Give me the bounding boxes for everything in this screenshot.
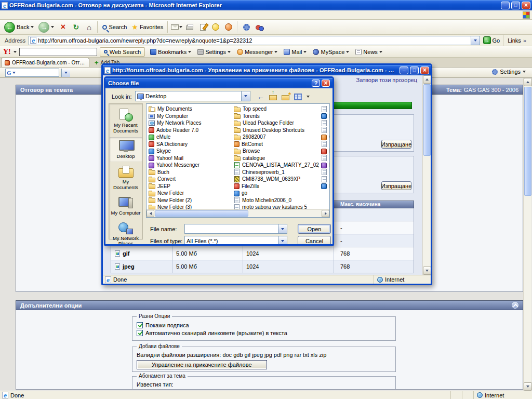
- file-item[interactable]: My Computer: [149, 113, 232, 120]
- file-item[interactable]: of: [321, 127, 330, 134]
- address-input[interactable]: [38, 37, 469, 44]
- file-item[interactable]: My Documents: [149, 105, 232, 113]
- file-item[interactable]: Top speed: [234, 105, 319, 113]
- search-button[interactable]: Search: [100, 23, 129, 31]
- google-settings-button[interactable]: Settings: [492, 69, 526, 75]
- hscroll-thumb[interactable]: [155, 210, 248, 217]
- file-item[interactable]: OS: [321, 134, 330, 141]
- go-button[interactable]: Go: [480, 36, 503, 44]
- mail-dropdown-icon[interactable]: [179, 26, 182, 28]
- file-item[interactable]: Convert: [149, 176, 232, 183]
- media-button[interactable]: [222, 21, 235, 33]
- places-bar-item[interactable]: My Network Places: [109, 219, 142, 246]
- scroll-thumb[interactable]: [423, 84, 431, 156]
- yahoo-logo[interactable]: Y!: [3, 48, 11, 56]
- contacts-button[interactable]: [253, 21, 265, 33]
- files-of-type-dropdown-button[interactable]: [278, 236, 287, 245]
- view-menu-caret-icon[interactable]: [307, 96, 310, 98]
- file-item[interactable]: Skype: [149, 148, 232, 155]
- print-button[interactable]: [183, 21, 196, 33]
- address-dropdown-button[interactable]: [471, 36, 480, 45]
- file-item[interactable]: Torents: [234, 113, 319, 120]
- back-dropdown-icon[interactable]: [31, 26, 34, 28]
- file-item[interactable]: Unused Desktop Shortcuts: [234, 127, 319, 134]
- manage-attachments-button[interactable]: Управление на прикачените файлове: [137, 360, 267, 369]
- file-item[interactable]: JEEP: [149, 183, 232, 190]
- scroll-down-button[interactable]: [423, 267, 431, 275]
- additional-options-header[interactable]: Допълнителни опции: [16, 300, 523, 310]
- file-item[interactable]: MS: [321, 113, 330, 120]
- main-vertical-scrollbar[interactable]: [523, 78, 531, 391]
- popup-vertical-scrollbar[interactable]: [422, 75, 431, 275]
- file-name-dropdown-button[interactable]: [278, 224, 287, 233]
- file-item[interactable]: CENOVA_LISTA_MARTY_27_02_2007: [234, 162, 319, 169]
- yahoo-toolbar-button[interactable]: News: [353, 49, 385, 55]
- minimize-button[interactable]: [501, 2, 510, 9]
- file-item[interactable]: Os: [321, 141, 330, 148]
- yahoo-toolbar-button[interactable]: MySpace: [310, 49, 352, 55]
- file-name-input[interactable]: [187, 226, 276, 232]
- close-button[interactable]: [522, 2, 530, 9]
- places-bar-item[interactable]: Desktop: [109, 137, 142, 162]
- edit-button[interactable]: [196, 21, 209, 33]
- file-name-combobox[interactable]: [184, 224, 287, 234]
- submit-upload-button[interactable]: Изпращане: [381, 140, 411, 149]
- popup-close-button[interactable]: [420, 66, 429, 74]
- yahoo-toolbar-button[interactable]: Settings: [195, 49, 233, 55]
- maximize-button[interactable]: [511, 2, 520, 9]
- back-folder-icon[interactable]: [257, 92, 264, 101]
- file-item[interactable]: eMule: [149, 134, 232, 141]
- file-item[interactable]: My Network Places: [149, 119, 232, 127]
- files-of-type-combobox[interactable]: All Files (*.*): [184, 236, 287, 246]
- collapse-icon[interactable]: [512, 302, 518, 309]
- up-one-level-icon[interactable]: [269, 95, 277, 100]
- google-search-box[interactable]: [5, 69, 59, 77]
- back-button[interactable]: Back: [2, 21, 36, 34]
- menu-item[interactable]: [44, 15, 52, 16]
- active-tab[interactable]: OFFRoad-Bulgaria.com - Отгов...: [1, 58, 89, 67]
- refresh-button[interactable]: [70, 21, 82, 33]
- file-item[interactable]: RF: [321, 176, 330, 183]
- menu-item[interactable]: [35, 15, 44, 16]
- home-button[interactable]: [83, 21, 95, 33]
- look-in-dropdown-button[interactable]: [241, 91, 250, 101]
- menu-item[interactable]: [27, 15, 35, 16]
- file-item[interactable]: RF: [321, 183, 330, 190]
- web-search-button[interactable]: Web Search: [100, 47, 145, 57]
- file-item[interactable]: Moto Michelin2006_0: [234, 197, 319, 204]
- file-item[interactable]: Buch: [149, 169, 232, 176]
- file-item[interactable]: Mp: [321, 105, 330, 113]
- scroll-right-button[interactable]: [322, 210, 329, 217]
- favorites-button[interactable]: Favorites: [129, 22, 165, 32]
- file-item[interactable]: New Folder (2): [149, 197, 232, 204]
- popup-minimize-button[interactable]: [400, 66, 408, 74]
- places-bar-item[interactable]: My Computer: [109, 194, 142, 218]
- address-input-container[interactable]: [29, 36, 480, 45]
- file-item[interactable]: go: [234, 190, 319, 197]
- menu-item[interactable]: [10, 15, 19, 16]
- dialog-close-button[interactable]: [322, 79, 330, 87]
- file-item[interactable]: NA: [321, 119, 330, 127]
- look-in-combobox[interactable]: Desktop: [135, 91, 250, 101]
- yahoo-logo-caret-icon[interactable]: [14, 51, 17, 53]
- new-folder-icon[interactable]: [282, 95, 289, 100]
- file-item[interactable]: Pr: [321, 169, 330, 176]
- popup-titlebar[interactable]: http://forum.offroad-bulgaria.com - Упра…: [103, 65, 431, 75]
- scroll-thumb[interactable]: [524, 87, 531, 196]
- messenger-button[interactable]: [209, 21, 222, 33]
- checkbox-icon[interactable]: [137, 322, 143, 328]
- yahoo-toolbar-button[interactable]: Bookmarks: [148, 49, 194, 55]
- places-bar-item[interactable]: My Documents: [109, 163, 142, 193]
- tools-button[interactable]: [240, 21, 252, 33]
- file-item[interactable]: Pe: [321, 155, 330, 162]
- scroll-down-button[interactable]: [524, 382, 532, 391]
- google-search-caret-icon[interactable]: [12, 72, 16, 74]
- yahoo-search-input[interactable]: [19, 48, 97, 56]
- file-list[interactable]: My Documents My Computer My Network Plac…: [146, 103, 330, 218]
- menu-item[interactable]: [2, 15, 10, 16]
- file-item[interactable]: Yahoo! Messenger: [149, 162, 232, 169]
- option-checkbox-row[interactable]: Покажи подписа: [137, 322, 391, 328]
- dialog-titlebar[interactable]: Choose file: [105, 78, 332, 88]
- file-item[interactable]: Pr: [321, 162, 330, 169]
- stop-button[interactable]: [57, 21, 69, 33]
